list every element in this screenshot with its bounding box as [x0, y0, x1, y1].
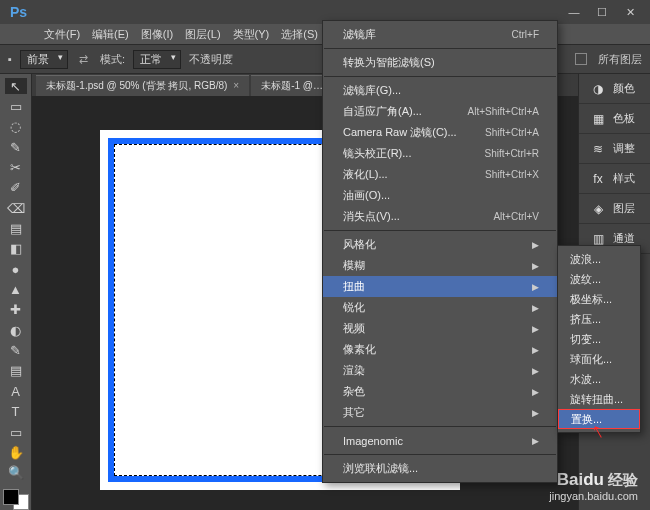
menu-item-油画(O)...[interactable]: 油画(O)...	[323, 185, 557, 206]
tool-2[interactable]: ◌	[5, 119, 27, 135]
doc-tab-0[interactable]: 未标题-1.psd @ 50% (背景 拷贝, RGB/8)×	[36, 75, 249, 96]
swap-icon[interactable]: ⇄	[76, 51, 92, 67]
color-swatches[interactable]	[3, 489, 29, 510]
all-layers-checkbox[interactable]	[575, 53, 587, 65]
menu-item-label: Camera Raw 滤镜(C)...	[343, 125, 457, 140]
submenu-arrow-icon: ▶	[532, 240, 539, 250]
shortcut: Ctrl+F	[512, 29, 540, 40]
separator	[324, 230, 556, 231]
menu-item-自适应广角(A)...[interactable]: 自适应广角(A)...Alt+Shift+Ctrl+A	[323, 101, 557, 122]
tool-12[interactable]: ◐	[5, 322, 27, 338]
menu-item-label: 自适应广角(A)...	[343, 104, 422, 119]
shortcut: Alt+Ctrl+V	[493, 211, 539, 222]
panel-调整[interactable]: ≋调整	[579, 134, 650, 164]
menu-item-Imagenomic[interactable]: Imagenomic▶	[323, 430, 557, 451]
menu-编辑(E)[interactable]: 编辑(E)	[86, 24, 135, 45]
menu-图像(I)[interactable]: 图像(I)	[135, 24, 179, 45]
menu-item-消失点(V)...[interactable]: 消失点(V)...Alt+Ctrl+V	[323, 206, 557, 227]
menu-item-label: 杂色	[343, 384, 365, 399]
maximize-button[interactable]: ☐	[588, 3, 616, 21]
menu-item-label: 消失点(V)...	[343, 209, 400, 224]
menu-图层(L)[interactable]: 图层(L)	[179, 24, 226, 45]
shortcut: Shift+Ctrl+A	[485, 127, 539, 138]
submenu-arrow-icon: ▶	[532, 366, 539, 376]
menu-item-模糊[interactable]: 模糊▶	[323, 255, 557, 276]
menu-item-锐化[interactable]: 锐化▶	[323, 297, 557, 318]
panel-色板[interactable]: ▦色板	[579, 104, 650, 134]
tool-13[interactable]: ✎	[5, 342, 27, 358]
submenu-arrow-icon: ▶	[532, 324, 539, 334]
tool-7[interactable]: ▤	[5, 220, 27, 236]
menu-item-其它[interactable]: 其它▶	[323, 402, 557, 423]
menu-类型(Y)[interactable]: 类型(Y)	[227, 24, 276, 45]
menu-item-转换为智能滤镜(S)[interactable]: 转换为智能滤镜(S)	[323, 52, 557, 73]
menu-选择(S)[interactable]: 选择(S)	[275, 24, 324, 45]
submenu-item-水波...[interactable]: 水波...	[558, 369, 640, 389]
separator	[324, 48, 556, 49]
menu-item-渲染[interactable]: 渲染▶	[323, 360, 557, 381]
fg-color[interactable]	[3, 489, 19, 505]
menu-item-滤镜库(G)...[interactable]: 滤镜库(G)...	[323, 80, 557, 101]
submenu-arrow-icon: ▶	[532, 387, 539, 397]
submenu-item-波纹...[interactable]: 波纹...	[558, 269, 640, 289]
tool-8[interactable]: ◧	[5, 241, 27, 257]
watermark-brand: Baidu经验	[549, 470, 638, 490]
submenu-item-极坐标...[interactable]: 极坐标...	[558, 289, 640, 309]
foreground-select[interactable]: 前景	[20, 50, 68, 69]
panel-样式[interactable]: fx样式	[579, 164, 650, 194]
menu-item-像素化[interactable]: 像素化▶	[323, 339, 557, 360]
tool-14[interactable]: ▤	[5, 363, 27, 379]
tool-18[interactable]: ✋	[5, 444, 27, 460]
tool-1[interactable]: ▭	[5, 98, 27, 114]
tool-11[interactable]: ✚	[5, 302, 27, 318]
menu-item-液化(L)...[interactable]: 液化(L)...Shift+Ctrl+X	[323, 164, 557, 185]
menu-item-label: 滤镜库	[343, 27, 376, 42]
mode-select[interactable]: 正常	[133, 50, 181, 69]
menu-item-Camera Raw 滤镜(C)...[interactable]: Camera Raw 滤镜(C)...Shift+Ctrl+A	[323, 122, 557, 143]
tool-6[interactable]: ⌫	[5, 200, 27, 216]
all-layers-label: 所有图层	[598, 52, 642, 67]
tool-0[interactable]: ↖	[5, 78, 27, 94]
menu-item-风格化[interactable]: 风格化▶	[323, 234, 557, 255]
menu-文件(F)[interactable]: 文件(F)	[38, 24, 86, 45]
tool-3[interactable]: ✎	[5, 139, 27, 155]
tool-10[interactable]: ▲	[5, 281, 27, 297]
menu-item-label: Imagenomic	[343, 435, 403, 447]
panel-label: 通道	[613, 231, 635, 246]
fg-icon: ▪	[8, 53, 12, 65]
window-controls: — ☐ ✕	[560, 3, 644, 21]
panel-label: 色板	[613, 111, 635, 126]
图层-icon: ◈	[591, 202, 605, 216]
tool-4[interactable]: ✂	[5, 159, 27, 175]
tab-close-icon[interactable]: ×	[233, 80, 239, 91]
panel-图层[interactable]: ◈图层	[579, 194, 650, 224]
shortcut: Alt+Shift+Ctrl+A	[468, 106, 539, 117]
tool-19[interactable]: 🔍	[5, 465, 27, 481]
menu-item-扭曲[interactable]: 扭曲▶	[323, 276, 557, 297]
submenu-item-切变...[interactable]: 切变...	[558, 329, 640, 349]
tool-16[interactable]: T	[5, 404, 27, 420]
menu-item-杂色[interactable]: 杂色▶	[323, 381, 557, 402]
通道-icon: ▥	[591, 232, 605, 246]
submenu-arrow-icon: ▶	[532, 436, 539, 446]
submenu-item-旋转扭曲...[interactable]: 旋转扭曲...	[558, 389, 640, 409]
调整-icon: ≋	[591, 142, 605, 156]
submenu-item-球面化...[interactable]: 球面化...	[558, 349, 640, 369]
tool-5[interactable]: ✐	[5, 180, 27, 196]
tool-15[interactable]: A	[5, 383, 27, 399]
menu-item-视频[interactable]: 视频▶	[323, 318, 557, 339]
submenu-arrow-icon: ▶	[532, 408, 539, 418]
submenu-item-波浪...[interactable]: 波浪...	[558, 249, 640, 269]
menu-item-浏览联机滤镜...[interactable]: 浏览联机滤镜...	[323, 458, 557, 479]
tool-17[interactable]: ▭	[5, 424, 27, 440]
tool-9[interactable]: ●	[5, 261, 27, 277]
menu-item-滤镜库[interactable]: 滤镜库Ctrl+F	[323, 24, 557, 45]
submenu-item-挤压...[interactable]: 挤压...	[558, 309, 640, 329]
颜色-icon: ◑	[591, 82, 605, 96]
close-button[interactable]: ✕	[616, 3, 644, 21]
panel-颜色[interactable]: ◑颜色	[579, 74, 650, 104]
menu-item-label: 像素化	[343, 342, 376, 357]
menu-item-label: 视频	[343, 321, 365, 336]
minimize-button[interactable]: —	[560, 3, 588, 21]
menu-item-镜头校正(R)...[interactable]: 镜头校正(R)...Shift+Ctrl+R	[323, 143, 557, 164]
